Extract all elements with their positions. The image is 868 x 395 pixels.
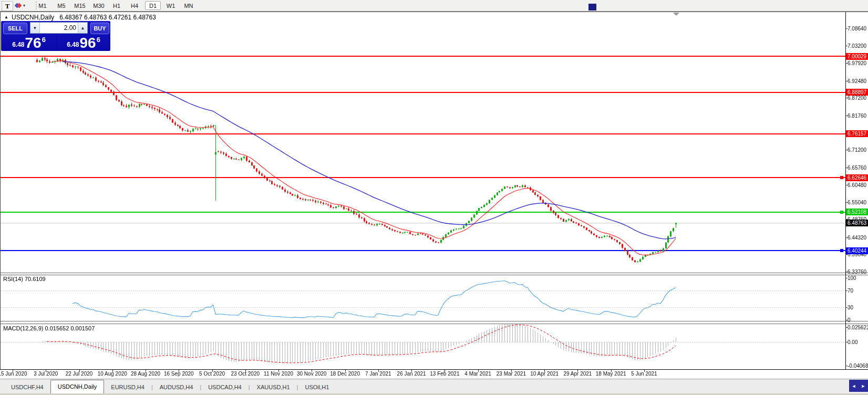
tab-usdcad-h4[interactable]: USDCAD,H4 [201,381,249,393]
timeframe-button-h4[interactable]: H4 [127,1,142,10]
volume-increase-button[interactable]: ▲ [78,23,87,33]
rsi-axis-tick: 30 [848,305,853,310]
rsi-axis-tick: 0 [848,317,851,323]
date-axis-label: 16 Sep 2020 [164,371,194,377]
price-axis-tick: 6.81760 [848,113,866,119]
tab-usoil-h1[interactable]: USOil,H1 [298,381,336,393]
level-price-label: 6.62646 [846,174,868,181]
macd-label: MACD(12,26,9) 0.015652 0.001507 [3,325,95,331]
rsi-axis-tick: 100 [848,275,856,281]
chart-ohlc-values: 6.48367 6.48763 6.47261 6.48763 [59,14,156,21]
date-axis-label: 18 May 2021 [596,371,626,377]
chart-title: USDCNH,Daily6.48367 6.48763 6.47261 6.48… [12,14,156,21]
timeframe-button-m1[interactable]: M1 [35,1,50,10]
buy-price-button[interactable]: 6.48 96 6 [57,35,110,50]
price-axis-tick: 6.33760 [848,269,866,275]
rsi-label: RSI(14) 70.6109 [3,276,46,282]
timeframe-button-m15[interactable]: M15 [72,1,88,10]
date-axis-label: 22 Jul 2020 [66,371,93,377]
timeframe-button-mn[interactable]: MN [181,1,197,10]
date-axis-label: 15 Jun 2020 [0,371,27,377]
volume-decrease-button[interactable]: ▼ [30,23,40,33]
chart-shift-marker[interactable] [673,13,679,16]
sell-price-pip: 6 [42,36,46,44]
sell-price-prefix: 6.48 [12,41,24,48]
dropdown-caret-icon: ▾ [23,3,25,8]
level-price-label: 7.00029 [846,53,868,60]
buy-price-prefix: 6.48 [67,41,79,48]
date-axis-label: 7 Jan 2021 [365,371,391,377]
price-axis-tick: 6.71200 [848,147,866,153]
text-tool-button[interactable]: T [2,1,13,11]
current-price-label: 6.48763 [846,220,868,226]
date-axis-label: 13 Feb 2021 [430,371,459,377]
macd-axis-tick: 0.025623 [848,325,868,330]
macd-axis-tick: -0.040687 [848,363,868,369]
price-axis-tick: 6.92480 [848,78,866,84]
price-axis-tick: 6.55040 [848,200,866,205]
date-axis-label: 5 Oct 2020 [199,371,225,377]
date-axis-label: 28 Aug 2020 [131,371,160,377]
tab-audusd-h4[interactable]: AUDUSD,H4 [153,381,200,393]
level-price-label: 6.76157 [846,130,868,137]
top-toolbar: T ▾ M1M5M15M30H1H4D1W1MN [0,0,868,12]
date-axis-label: 30 Nov 2020 [297,371,327,377]
sell-price-digits: 76 [25,36,41,50]
volume-stepper: ▼ 2.00 ▲ [30,22,88,34]
buy-price-digits: 96 [79,36,96,50]
timeframe-button-w1[interactable]: W1 [163,1,179,10]
tab-eurusd-h4[interactable]: EURUSD,H4 [104,381,151,393]
volume-input[interactable]: 2.00 [40,23,78,33]
macd-axis-tick: 0.00 [848,339,857,345]
rsi-axis-tick: 70 [848,288,853,294]
price-axis-tick: 6.44320 [848,235,866,241]
price-axis-tick: 6.97920 [848,60,866,66]
date-axis-label: 10 Apr 2021 [530,371,559,377]
level-price-label: 6.40244 [846,247,868,254]
price-axis-tick: 6.87200 [848,95,866,101]
arrow-objects-button[interactable]: ▾ [15,1,33,10]
dark-marker-icon [588,4,596,11]
buy-button[interactable]: BUY [90,23,109,34]
date-axis-label: 4 Mar 2021 [464,371,491,377]
date-axis-label: 23 Mar 2021 [497,371,526,377]
price-axis-tick: 6.65760 [848,165,866,171]
sell-button[interactable]: SELL [3,23,27,34]
chart-tab-bar: USDCHF,H4USDCNH,DailyEURUSD,H4|AUDUSD,H4… [0,379,868,393]
chart-canvas[interactable] [0,0,868,395]
timeframe-button-d1[interactable]: D1 [145,1,161,10]
date-axis-label: 10 Aug 2020 [98,371,127,377]
date-axis-label: 18 Dec 2020 [330,371,360,377]
price-axis-tick: 7.08640 [848,26,866,32]
one-click-trading-panel: SELL ▼ 2.00 ▲ BUY 6.48 76 6 6.48 96 6 [1,21,110,51]
timeframe-button-h1[interactable]: H1 [109,1,125,10]
tab-xauusd-h1[interactable]: XAUUSD,H1 [250,381,297,393]
level-price-label: 6.88897 [846,89,868,96]
tab-scroll-right-button[interactable]: ► [861,383,866,389]
level-price-label: 6.52108 [846,209,868,215]
date-axis-label: 3 Jul 2020 [34,371,58,377]
price-axis-tick: 7.03200 [848,43,866,49]
timeframe-button-m30[interactable]: M30 [91,1,107,10]
tab-usdchf-h4[interactable]: USDCHF,H4 [4,381,50,393]
buy-price-pip: 6 [97,36,100,44]
collapse-panel-icon[interactable]: ▲ [4,15,8,19]
date-axis-label: 26 Jan 2021 [397,371,426,377]
timeframe-button-m5[interactable]: M5 [54,1,69,10]
date-axis-label: 23 Oct 2020 [231,371,260,377]
price-axis-tick: 6.60480 [848,182,866,188]
sell-price-button[interactable]: 6.48 76 6 [2,35,56,50]
date-axis-label: 11 Nov 2020 [264,371,293,377]
date-axis-label: 29 Apr 2021 [563,371,592,377]
chart-symbol-timeframe: USDCNH,Daily [12,14,54,21]
tab-scroll-left-button[interactable]: ◄ [852,383,856,389]
tab-scroll-buttons: ◄ ► [849,380,868,392]
tab-usdcnh-daily[interactable]: USDCNH,Daily [50,380,105,393]
date-axis-label: 5 Jun 2021 [631,371,657,377]
